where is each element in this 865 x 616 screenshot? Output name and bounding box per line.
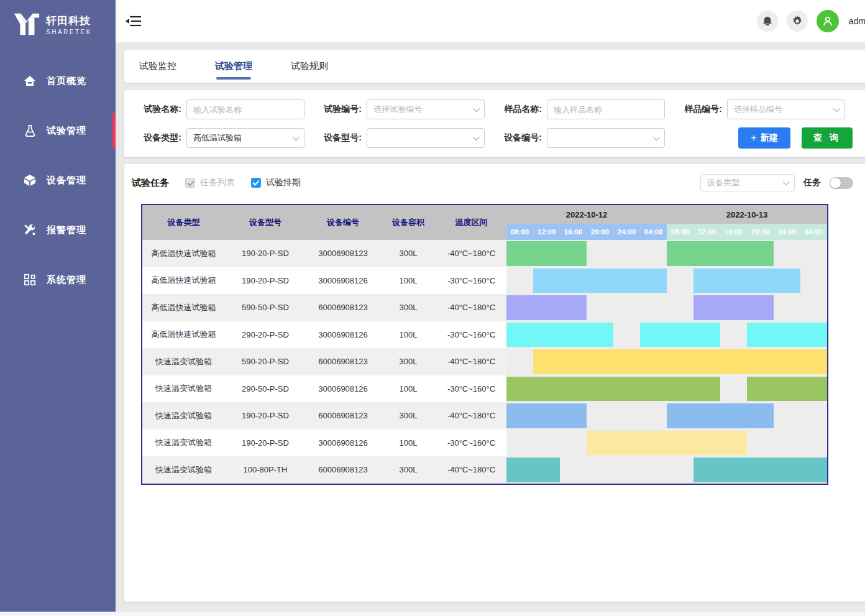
- table-cell: 30006908126: [306, 321, 380, 349]
- table-cell: 190-20-P-SD: [225, 430, 306, 457]
- gantt-track: [506, 456, 827, 484]
- gantt-device-type-select[interactable]: 设备类型: [700, 174, 795, 191]
- gantt-bar[interactable]: [506, 403, 587, 428]
- gantt-tick-label: 16:00: [560, 228, 587, 236]
- test-code-select[interactable]: 选择试验编号: [367, 99, 485, 119]
- gantt-tick-label: 20:00: [587, 228, 613, 236]
- tab-test-rules[interactable]: 试验规则: [290, 50, 329, 83]
- gantt-bar[interactable]: [693, 457, 827, 482]
- column-header: 设备型号: [225, 205, 306, 240]
- table-cell: 190-20-P-SD: [225, 402, 306, 430]
- table-row: 高低温快速试验箱190-20-P-SD30006908123300L-40°C~…: [142, 240, 827, 267]
- table-row: 快速温变试验箱100-80P-TH60006908123300L-40°C~18…: [142, 456, 827, 484]
- gantt-track: [506, 294, 827, 321]
- search-button-label: 查 询: [813, 132, 841, 144]
- gantt-bar[interactable]: [640, 323, 720, 347]
- table-cell: 60006908123: [306, 402, 380, 430]
- cube-icon: [23, 173, 37, 187]
- gantt-track: [506, 240, 827, 267]
- chevron-down-icon: [833, 105, 840, 112]
- gantt-bar[interactable]: [506, 323, 613, 347]
- filter-row-1: 试验名称: 试验编号: 选择试验编号 样品名称:: [132, 99, 853, 119]
- gantt-track: [506, 321, 827, 349]
- gear-icon: [792, 16, 803, 27]
- task-toggle-switch[interactable]: [830, 177, 853, 189]
- gantt-tick-label: 20:00: [747, 228, 774, 236]
- table-cell: -30°C~160°C: [436, 375, 506, 403]
- brand-logo: 轩田科技 SHARETEK: [0, 0, 116, 39]
- search-button[interactable]: 查 询: [802, 127, 853, 149]
- column-header: 设备容积: [380, 205, 436, 240]
- table-cell: 快速温变试验箱: [142, 348, 225, 375]
- filter-label: 试验名称:: [132, 104, 186, 115]
- sidebar-item-system-management[interactable]: 系统管理: [0, 262, 116, 297]
- table-row: 快速温变试验箱190-20-P-SD60006908123300L-40°C~1…: [142, 402, 827, 430]
- test-name-input[interactable]: [186, 99, 304, 119]
- table-cell: 100-80P-TH: [225, 456, 306, 484]
- sidebar: 轩田科技 SHARETEK 首页概览 试验管理 设备管理: [0, 0, 116, 612]
- table-cell: 高低温快速试验箱: [142, 267, 225, 295]
- task-list-checkbox[interactable]: 任务列表: [185, 177, 235, 188]
- gantt-bar[interactable]: [747, 323, 827, 347]
- table-cell: 60006908123: [306, 294, 380, 321]
- table-cell: 快速温变试验箱: [142, 430, 225, 457]
- sample-code-select[interactable]: 选择样品编号: [727, 99, 845, 119]
- tab-label: 试验规则: [291, 60, 328, 72]
- checkbox-label: 试验排期: [266, 177, 301, 188]
- gantt-bar[interactable]: [667, 241, 774, 266]
- gantt-bar[interactable]: [506, 295, 587, 320]
- table-row: 快速温变试验箱190-20-P-SD30006908126100L-30°C~1…: [142, 430, 827, 457]
- filter-sample-name: 样品名称:: [492, 99, 672, 119]
- create-button[interactable]: +新建: [738, 127, 790, 149]
- flask-icon: [23, 124, 37, 137]
- gantt-body: 高低温快速试验箱190-20-P-SD30006908123300L-40°C~…: [142, 240, 827, 484]
- table-cell: 快速温变试验箱: [142, 456, 225, 484]
- settings-gear-button[interactable]: [787, 11, 808, 32]
- gantt-header: 设备类型设备型号设备编号设备容积温度区间 2022-10-122022-10-1…: [142, 205, 827, 240]
- gantt-date-row: 2022-10-122022-10-13: [506, 205, 827, 224]
- device-code-select[interactable]: [547, 128, 665, 148]
- task-toggle-label: 任务: [803, 177, 821, 188]
- table-cell: 290-20-P-SD: [225, 321, 306, 349]
- table-cell: 300L: [380, 294, 436, 321]
- task-panel: 试验任务 任务列表 试验排期 设备类型 任务: [124, 164, 865, 602]
- filter-label: 样品名称:: [492, 104, 547, 115]
- gantt-bar[interactable]: [667, 403, 774, 428]
- sidebar-item-device-management[interactable]: 设备管理: [0, 163, 116, 198]
- gantt-date-label: 2022-10-12: [506, 205, 667, 224]
- gantt-bar[interactable]: [506, 377, 720, 402]
- table-cell: 100L: [380, 267, 436, 295]
- gantt-bar[interactable]: [693, 295, 774, 320]
- gantt-bar[interactable]: [587, 431, 747, 456]
- test-schedule-checkbox[interactable]: 试验排期: [251, 177, 301, 188]
- gantt-bar[interactable]: [506, 457, 560, 482]
- filter-device-code: 设备编号:: [492, 128, 672, 148]
- notification-bell-button[interactable]: [757, 11, 778, 32]
- checkbox-label: 任务列表: [200, 177, 235, 188]
- table-cell: 300L: [380, 402, 436, 430]
- sidebar-item-alarm-management[interactable]: 报警管理: [0, 213, 116, 247]
- sidebar-item-home[interactable]: 首页概览: [0, 63, 116, 98]
- gantt-tick-label: 12:00: [533, 228, 560, 236]
- table-row: 快速温变试验箱290-50-P-SD30006908126100L-30°C~1…: [142, 375, 827, 403]
- gantt-bar[interactable]: [533, 349, 827, 374]
- sidebar-collapse-icon[interactable]: [126, 15, 142, 27]
- gantt-timeline-header: 2022-10-122022-10-13 08:0012:0016:0020:0…: [506, 205, 827, 240]
- table-cell: 100L: [380, 321, 436, 349]
- checkbox-checked-disabled-icon: [185, 178, 195, 188]
- table-cell: -40°C~180°C: [436, 294, 506, 321]
- sample-name-input[interactable]: [547, 99, 665, 119]
- tab-test-monitoring[interactable]: 试验监控: [138, 50, 178, 83]
- table-cell: 快速温变试验箱: [142, 375, 225, 403]
- tab-test-management[interactable]: 试验管理: [214, 50, 254, 83]
- sidebar-item-test-management[interactable]: 试验管理: [0, 113, 116, 148]
- user-avatar[interactable]: [817, 10, 839, 32]
- filter-row-2: 设备类型: 高低温试验箱 设备型号: 设备: [132, 128, 853, 148]
- device-model-select[interactable]: [367, 128, 485, 148]
- gantt-bar[interactable]: [747, 377, 827, 402]
- gantt-bar[interactable]: [533, 269, 667, 293]
- device-type-select[interactable]: 高低温试验箱: [186, 128, 304, 148]
- gantt-bar[interactable]: [506, 241, 587, 266]
- filter-label: 设备类型:: [132, 132, 186, 144]
- gantt-bar[interactable]: [693, 269, 800, 293]
